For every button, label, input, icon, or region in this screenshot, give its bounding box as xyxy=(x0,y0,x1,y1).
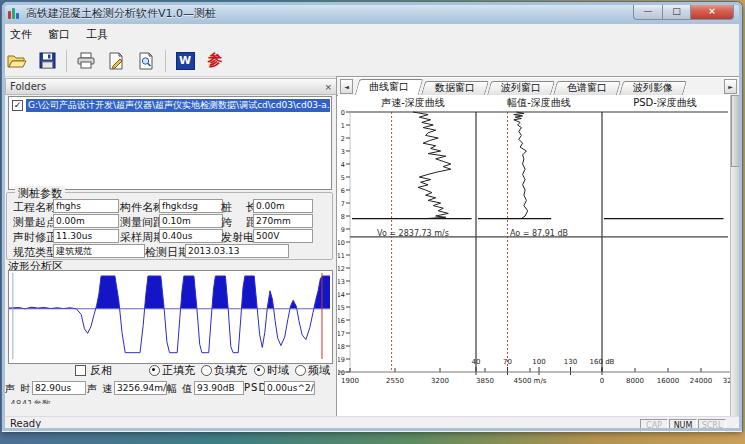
svg-text:13: 13 xyxy=(338,278,345,286)
print-preview-button[interactable] xyxy=(132,48,160,74)
tab-data-window[interactable]: 数据窗口 xyxy=(423,81,487,95)
field-value[interactable]: 270mm xyxy=(253,214,313,228)
tab-label: 波列影像 xyxy=(633,81,673,95)
field-value[interactable]: 0.40us xyxy=(159,229,223,243)
title-bar[interactable]: 高铁建混凝土检测分析软件V1.0—测桩 — □ × xyxy=(2,2,742,24)
num-indicator: NUM xyxy=(669,419,697,432)
amplitude-value[interactable]: 93.90dB xyxy=(194,381,244,395)
print-setup-button[interactable] xyxy=(102,48,130,74)
word-icon: W xyxy=(176,52,195,70)
svg-text:16000: 16000 xyxy=(657,377,679,385)
vertical-scrollbar[interactable] xyxy=(730,95,739,416)
svg-text:70: 70 xyxy=(503,358,512,366)
tab-wavetrain-window[interactable]: 波列窗口 xyxy=(489,81,553,95)
svg-text:12: 12 xyxy=(338,265,345,273)
svg-text:4500 m/s: 4500 m/s xyxy=(514,377,547,385)
menu-window[interactable]: 窗口 xyxy=(40,25,78,44)
chart-canvas: 01234567891011121314151617181920声速-深度曲线V… xyxy=(338,95,731,416)
tab-label: 色谱窗口 xyxy=(567,81,607,95)
sound-speed-label: 声 速 xyxy=(87,382,113,396)
field-value[interactable]: 0.00m xyxy=(253,199,313,213)
field-value[interactable]: fhghs xyxy=(53,199,119,213)
svg-text:2550: 2550 xyxy=(386,377,404,385)
svg-text:3850: 3850 xyxy=(476,377,494,385)
tab-scroll-left-icon[interactable]: ◄ xyxy=(340,79,353,94)
svg-text:PSD-深度曲线: PSD-深度曲线 xyxy=(633,97,697,108)
status-bar: Ready CAP NUM SCRL xyxy=(2,416,742,432)
resize-grip[interactable] xyxy=(729,419,741,431)
sound-time-value[interactable]: 82.90us xyxy=(32,381,86,395)
print-button[interactable] xyxy=(72,48,100,74)
svg-text:16: 16 xyxy=(338,317,345,325)
field-label: 跨 距 xyxy=(221,215,257,230)
maximize-icon: □ xyxy=(672,6,681,16)
field-label: 构件名称 xyxy=(120,200,164,215)
waveform-box[interactable] xyxy=(8,270,333,364)
time-domain-label: 时域 xyxy=(267,363,289,378)
file-list[interactable]: ✓ G:\公司产品设计开发\超声仪器\超声仪实地检测数据\调试cd\cd03\c… xyxy=(8,96,332,190)
file-checkbox[interactable]: ✓ xyxy=(12,100,23,111)
svg-text:19: 19 xyxy=(338,356,345,364)
scrollbar-thumb[interactable] xyxy=(731,95,741,167)
field-value[interactable]: 500V xyxy=(253,229,313,243)
minimize-button[interactable]: — xyxy=(633,2,663,20)
svg-text:15: 15 xyxy=(338,304,345,312)
caps-indicator: CAP xyxy=(640,419,668,432)
tab-label: 曲线窗口 xyxy=(369,80,409,94)
tab-scroll-right-icon[interactable]: ► xyxy=(724,79,737,94)
minimize-icon: — xyxy=(644,6,653,16)
tab-wavetrain-image[interactable]: 波列影像 xyxy=(621,81,685,95)
folders-close-icon[interactable]: × xyxy=(324,82,332,92)
maximize-button[interactable]: □ xyxy=(663,2,691,20)
svg-text:14: 14 xyxy=(338,291,345,299)
field-label: 规范类型 xyxy=(13,245,57,260)
save-icon xyxy=(39,52,56,69)
field-value[interactable]: 建筑规范 xyxy=(53,244,145,258)
save-button[interactable] xyxy=(33,48,61,74)
close-button[interactable]: × xyxy=(691,2,734,20)
svg-text:幅值-深度曲线: 幅值-深度曲线 xyxy=(507,97,571,108)
svg-text:6: 6 xyxy=(341,187,345,195)
freq-domain-radio[interactable] xyxy=(295,365,306,376)
field-value[interactable]: 0.00m xyxy=(53,214,119,228)
depth-curves-chart[interactable]: 01234567891011121314151617181920声速-深度曲线V… xyxy=(338,95,731,416)
page-pencil-icon xyxy=(107,52,125,70)
field-value[interactable]: fhgkdsg xyxy=(159,199,223,213)
field-value[interactable]: 11.30us xyxy=(53,229,119,243)
field-value[interactable]: 2013.03.13 xyxy=(185,244,289,258)
tab-label: 波列窗口 xyxy=(501,81,541,95)
list-item[interactable]: ✓ G:\公司产品设计开发\超声仪器\超声仪实地检测数据\调试cd\cd03\c… xyxy=(10,98,330,112)
scrl-indicator: SCRL xyxy=(698,419,726,432)
field-label: 工程名称 xyxy=(13,200,57,215)
app-icon xyxy=(8,7,22,19)
open-file-button[interactable] xyxy=(3,48,31,74)
psd-value[interactable]: 0.00us^2/m xyxy=(264,381,315,395)
negative-fill-radio[interactable] xyxy=(201,365,212,376)
freq-domain-label: 频域 xyxy=(308,363,330,378)
svg-text:7: 7 xyxy=(341,200,345,208)
sound-time-label: 声 时 xyxy=(5,382,31,396)
pile-params-groupbox: 测桩参数 工程名称 fhghs 构件名称 fhgkdsg 桩 长 0.00m 测… xyxy=(6,192,333,260)
time-domain-radio[interactable] xyxy=(254,365,265,376)
file-path-label: G:\公司产品设计开发\超声仪器\超声仪实地检测数据\调试cd\cd03\cd0… xyxy=(26,99,330,112)
positive-fill-radio[interactable] xyxy=(149,365,160,376)
toolbar-separator xyxy=(165,50,166,72)
parameters-icon: 参 xyxy=(208,51,223,70)
tab-curve-window[interactable]: 曲线窗口 xyxy=(357,79,421,95)
invert-checkbox[interactable] xyxy=(75,365,86,376)
tab-spectrum-window[interactable]: 色谱窗口 xyxy=(555,81,619,95)
svg-text:3: 3 xyxy=(341,148,345,156)
sound-speed-value[interactable]: 3256.94m/s xyxy=(114,381,167,395)
field-label: 声时修正 xyxy=(13,230,57,245)
menu-file[interactable]: 文件 xyxy=(2,25,40,44)
menu-tools[interactable]: 工具 xyxy=(78,25,116,44)
folders-panel-header[interactable]: Folders × xyxy=(5,78,337,95)
export-word-button[interactable]: W xyxy=(171,48,199,74)
parameters-button[interactable]: 参 xyxy=(201,48,229,74)
svg-text:11: 11 xyxy=(338,252,345,260)
field-value[interactable]: 0.10m xyxy=(159,214,223,228)
svg-text:1: 1 xyxy=(341,122,345,130)
printer-icon xyxy=(76,52,96,69)
svg-text:100: 100 xyxy=(532,358,545,366)
clipped-text: 4841参数 xyxy=(10,398,80,404)
